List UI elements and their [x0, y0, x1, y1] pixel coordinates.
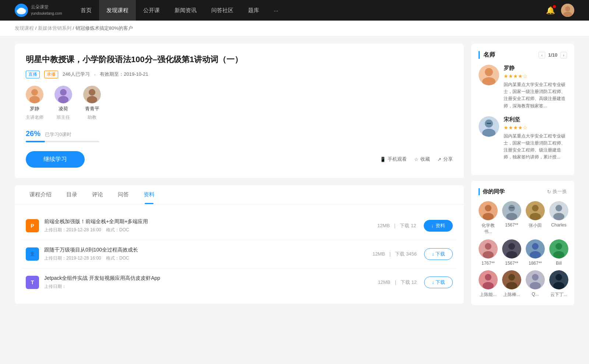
teacher-avatar-2 [83, 86, 101, 103]
resource-item-1: 👤 跟随千万级项目从0到100全过程高效成长 上传日期：2019-12-28 1… [22, 240, 456, 268]
nav-news[interactable]: 新闻资讯 [167, 0, 204, 21]
svg-point-43 [532, 243, 539, 250]
classmate-avatar-8 [479, 270, 498, 289]
tab-catalog[interactable]: 目录 [59, 185, 85, 204]
nav-exam[interactable]: 题库 [241, 0, 267, 21]
tab-intro[interactable]: 课程介绍 [22, 185, 59, 204]
classmate-3: Charles [549, 201, 568, 235]
resource-stats-1: 12MB ｜ 下载 3456 [373, 251, 417, 257]
resource-info-2: Jetpack全组件实战 开发短视频应用高仿皮皮虾App 上传日期： [44, 275, 378, 290]
svg-point-52 [508, 274, 515, 281]
svg-point-11 [60, 89, 67, 96]
teacher-avatar-1 [54, 86, 72, 103]
resource-icon-2: T [26, 276, 39, 289]
classmate-11: 云下丁... [549, 270, 568, 298]
classmate-name-9: 上陈棒... [503, 292, 520, 298]
svg-point-31 [532, 205, 539, 211]
classmate-name-7: Bill [556, 261, 562, 266]
course-meta: 直播 录播 246人已学习 · 有效期至：2019-10-21 [26, 71, 453, 78]
download-button-2[interactable]: ↓ 下载 [424, 276, 453, 288]
svg-point-49 [485, 274, 491, 281]
svg-point-5 [565, 6, 570, 11]
collect-link[interactable]: ☆ 收藏 [414, 156, 430, 163]
refresh-icon: ↻ [547, 189, 551, 195]
breadcrumb-current: 销冠修炼术搞定80%的客户 [75, 25, 133, 31]
badge-live: 直播 [26, 71, 40, 78]
bell-icon[interactable]: 🔔 [546, 6, 555, 15]
breadcrumb-discover[interactable]: 发现课程 [15, 25, 34, 31]
nav-more[interactable]: ··· [267, 0, 286, 21]
nav-avatar[interactable] [561, 4, 574, 17]
sidebar: 名师 ‹ 1/10 › 罗静 ★★★★☆ [471, 44, 574, 311]
svg-point-56 [530, 282, 541, 289]
svg-point-15 [87, 96, 97, 103]
svg-point-9 [29, 96, 40, 103]
progress-bar-bg [26, 141, 99, 142]
svg-point-34 [556, 205, 562, 211]
tab-review[interactable]: 评论 [85, 185, 110, 204]
sidebar-teacher-info-1: 宋利坚 ★★★★☆ 国内某重点大学安全工程专业硕士，国家一级注册消防工程师、注册… [504, 116, 567, 161]
svg-point-44 [530, 251, 541, 258]
svg-point-24 [485, 205, 491, 211]
svg-point-37 [485, 243, 491, 250]
svg-point-32 [530, 213, 541, 220]
classmate-name-1: 1567** [505, 222, 518, 228]
svg-point-40 [508, 243, 515, 250]
action-row: 继续学习 📱 手机观看 ☆ 收藏 ↗ 分享 [26, 151, 453, 168]
resource-name-2: Jetpack全组件实战 开发短视频应用高仿皮皮虾App [44, 275, 378, 282]
resource-icon-0: P [26, 219, 39, 232]
logo[interactable]: 云朵课堂yundouketang.com [15, 4, 62, 17]
resource-stats-2: 12MB ｜ 下载 12 [378, 279, 417, 286]
phone-icon: 📱 [380, 157, 386, 162]
phone-view-link[interactable]: 📱 手机观看 [380, 156, 407, 163]
resource-meta-1: 上传日期：2019-12-28 16:00 格式：DOC [44, 255, 373, 261]
page-info: 1/10 [548, 52, 557, 58]
classmate-8: 上陈能... [479, 270, 498, 298]
logo-icon [15, 4, 28, 17]
valid-until: · [94, 72, 96, 77]
classmate-avatar-7 [549, 239, 568, 258]
breadcrumb-series[interactable]: 新媒体营销系列 [38, 25, 71, 31]
course-card: 明星中教授课，小学阶段语法100分–强化级第1讲动词（一） 直播 录播 246人… [15, 44, 464, 178]
download-button-0[interactable]: ↓ 资料 [424, 220, 453, 232]
nav-home[interactable]: 首页 [73, 0, 99, 21]
progress-bar-fill [26, 141, 45, 142]
classmate-0: 化学教书... [479, 201, 498, 235]
classmate-avatar-10 [526, 270, 545, 289]
teacher-role-2: 助教 [88, 114, 96, 121]
continue-learning-button[interactable]: 继续学习 [26, 151, 85, 168]
classmates-grid: 化学教书... 1567** 张小田 [479, 201, 567, 298]
download-button-1[interactable]: ↓ 下载 [424, 248, 453, 260]
classmate-1: 1567** [502, 201, 521, 235]
nav-discover[interactable]: 发现课程 [99, 0, 136, 21]
svg-point-14 [89, 89, 95, 96]
teachers-panel: 名师 ‹ 1/10 › 罗静 ★★★★☆ [471, 44, 574, 175]
classmate-name-6: 1867** [529, 261, 542, 266]
tab-resources[interactable]: 资料 [136, 185, 162, 204]
classmates-title-row: 你的同学 [479, 188, 505, 195]
classmate-name-8: 上陈能... [480, 292, 497, 298]
next-teacher-btn[interactable]: › [560, 52, 567, 58]
sidebar-teacher-desc-1: 国内某重点大学安全工程专业硕士，国家一级注册消防工程师、注册安全工程师、级注册建… [504, 133, 567, 161]
sidebar-teacher-desc-0: 国内某重点大学安全工程专业硕士，国家一级注册消防工程师、注册安全工程师、高级注册… [504, 81, 567, 110]
resource-name-0: 前端全栈加强版！前端全栈+全周期+多端应用 [44, 218, 377, 225]
svg-point-46 [556, 243, 562, 250]
prev-teacher-btn[interactable]: ‹ [539, 52, 545, 58]
classmate-avatar-0 [479, 201, 498, 220]
classmate-name-0: 化学教书... [479, 222, 498, 235]
teachers-title: 名师 [483, 51, 495, 59]
teacher-2: 青青平 助教 [83, 86, 101, 121]
tab-content: P 前端全栈加强版！前端全栈+全周期+多端应用 上传日期：2019-12-28 … [15, 204, 464, 304]
nav-open[interactable]: 公开课 [136, 0, 167, 21]
resource-meta-0: 上传日期：2019-12-28 16:00 格式：DOC [44, 227, 377, 233]
classmate-avatar-2 [526, 201, 545, 220]
tab-qa[interactable]: 问答 [110, 185, 136, 204]
nav-qa[interactable]: 问答社区 [204, 0, 241, 21]
svg-point-38 [483, 251, 494, 258]
refresh-button[interactable]: ↻ 换一换 [547, 188, 567, 195]
classmate-avatar-3 [549, 201, 568, 220]
sidebar-teacher-stars-1: ★★★★☆ [504, 125, 567, 131]
share-link[interactable]: ↗ 分享 [437, 156, 453, 163]
nav-items: 首页 发现课程 公开课 新闻资讯 问答社区 题库 ··· [73, 0, 546, 21]
svg-rect-22 [487, 123, 491, 124]
